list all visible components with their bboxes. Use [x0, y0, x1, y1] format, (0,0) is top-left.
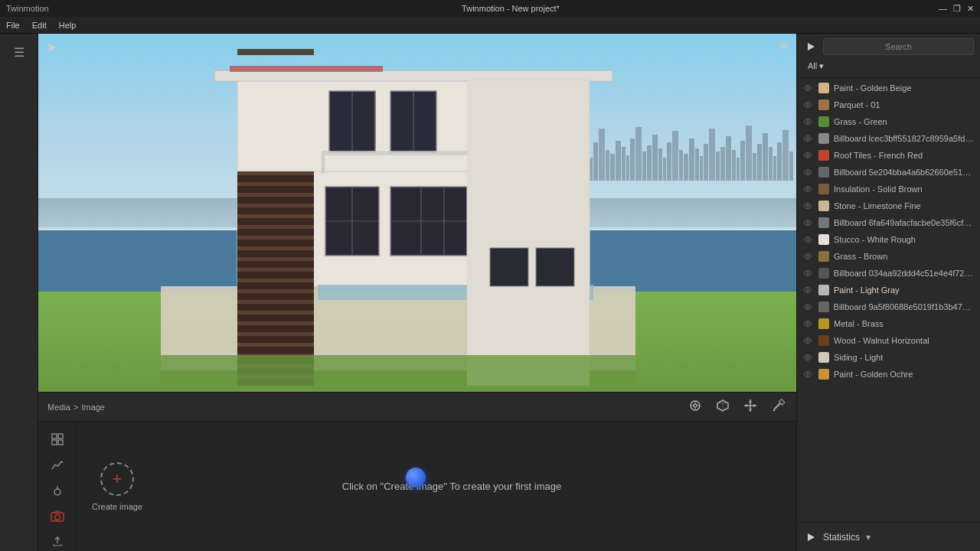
material-item-metal-brass[interactable]: Metal - Brass [797, 315, 980, 332]
material-item-grass-brown[interactable]: Grass - Brown [797, 248, 980, 265]
material-color-swatch [818, 285, 829, 295]
svg-rect-8 [237, 182, 314, 186]
eye-icon[interactable] [803, 202, 814, 210]
svg-point-95 [807, 373, 809, 375]
svg-point-84 [807, 187, 809, 190]
create-image-circle: + [100, 462, 134, 496]
svg-point-81 [807, 137, 809, 139]
eye-icon[interactable] [803, 337, 814, 345]
eye-icon[interactable] [803, 303, 814, 311]
material-color-swatch [818, 83, 829, 93]
brush-icon[interactable] [45, 481, 70, 500]
maximize-btn[interactable]: ❐ [953, 4, 961, 14]
minimize-btn[interactable]: — [939, 4, 947, 14]
material-item-billboard-4[interactable]: Billboard 034aa92ddd4c51e4e4f724... [797, 265, 980, 282]
eye-icon[interactable] [803, 286, 814, 295]
create-image-btn[interactable]: + Create image [92, 462, 142, 511]
material-item-billboard-5[interactable]: Billboard 9a5f80688e5019f1b3b4715... [797, 298, 980, 315]
svg-rect-15 [237, 257, 314, 261]
svg-rect-23 [237, 343, 314, 347]
viewport-settings-button[interactable] [778, 40, 790, 54]
material-item-roof-tiles[interactable]: Roof Tiles - French Red [797, 147, 980, 164]
sidebar-hamburger[interactable]: ☰ [7, 41, 31, 63]
material-item-billboard-3[interactable]: Billboard 6fa649afacfacbe0e35f6cf9... [797, 214, 980, 231]
material-color-swatch [818, 116, 829, 127]
camera-icon[interactable] [45, 506, 70, 525]
all-filter-button[interactable]: All ▾ [803, 60, 828, 73]
material-label: Siding - Light [834, 353, 883, 362]
eye-icon[interactable] [803, 236, 814, 244]
svg-rect-18 [237, 289, 314, 293]
material-color-swatch [818, 234, 829, 245]
eye-icon[interactable] [803, 219, 814, 227]
svg-marker-64 [753, 404, 756, 407]
svg-rect-20 [237, 311, 314, 315]
material-item-stucco-white[interactable]: Stucco - White Rough [797, 231, 980, 248]
svg-marker-63 [744, 404, 747, 407]
eye-icon[interactable] [803, 135, 814, 143]
move-tool[interactable] [741, 396, 760, 417]
box-tool[interactable] [714, 396, 732, 417]
orbit-tool[interactable] [686, 396, 704, 417]
viewport-play-button[interactable] [44, 40, 60, 55]
material-item-siding-light[interactable]: Siding - Light [797, 349, 980, 366]
svg-point-48 [782, 44, 786, 48]
material-item-billboard-2[interactable]: Billboard 5e204bba4a6b62660e510... [797, 164, 980, 181]
bottom-toolbar: Media > Image [38, 392, 796, 421]
material-item-parquet-01[interactable]: Parquet - 01 [797, 96, 980, 113]
material-item-paint-light-gray[interactable]: Paint - Light Gray [797, 282, 980, 298]
statistics-section[interactable]: Statistics ▾ [797, 522, 980, 551]
material-item-wood-walnut[interactable]: Wood - Walnut Horizontal [797, 332, 980, 349]
material-item-paint-golden-ochre[interactable]: Paint - Golden Ochre [797, 366, 980, 383]
svg-rect-70 [52, 440, 57, 445]
eye-icon[interactable] [803, 84, 814, 93]
svg-rect-9 [237, 193, 314, 197]
export-icon[interactable] [45, 532, 70, 551]
material-color-swatch [818, 251, 829, 262]
menu-edit[interactable]: Edit [32, 21, 47, 30]
eye-icon[interactable] [803, 101, 814, 109]
search-input[interactable] [823, 38, 974, 55]
material-item-stone-limestone[interactable]: Stone - Limestone Fine [797, 197, 980, 214]
material-color-swatch [818, 201, 829, 211]
menu-help[interactable]: Help [59, 21, 77, 30]
eye-icon[interactable] [803, 354, 814, 362]
material-item-grass-green[interactable]: Grass - Green [797, 113, 980, 130]
grid-icon[interactable] [45, 429, 70, 448]
menu-file[interactable]: File [6, 21, 20, 30]
breadcrumb-media[interactable]: Media [47, 403, 70, 412]
material-label: Insulation - Solid Brown [834, 184, 923, 194]
eye-icon[interactable] [803, 370, 814, 379]
eye-icon[interactable] [803, 152, 814, 160]
breadcrumb-image[interactable]: Image [81, 403, 105, 412]
right-play-button[interactable] [803, 39, 818, 54]
bottom-left-panel [38, 422, 77, 551]
svg-rect-19 [237, 300, 314, 304]
material-color-swatch [818, 133, 829, 144]
svg-rect-22 [237, 332, 314, 336]
chart-icon[interactable] [45, 455, 70, 474]
svg-rect-11 [237, 214, 314, 218]
svg-rect-69 [58, 434, 63, 439]
svg-point-85 [807, 204, 809, 207]
eye-icon[interactable] [803, 185, 814, 194]
eye-icon[interactable] [803, 320, 814, 328]
material-item-insulation[interactable]: Insulation - Solid Brown [797, 181, 980, 197]
svg-point-79 [807, 103, 809, 106]
svg-rect-4 [230, 66, 383, 72]
svg-point-88 [807, 255, 809, 257]
view-tools [686, 396, 787, 417]
eye-icon[interactable] [803, 168, 814, 177]
eye-icon[interactable] [803, 253, 814, 261]
material-item-paint-golden-beige[interactable]: Paint - Golden Beige [797, 80, 980, 96]
svg-point-93 [807, 339, 809, 341]
svg-point-83 [807, 171, 809, 173]
pen-tool[interactable] [769, 396, 787, 417]
svg-rect-14 [237, 246, 314, 250]
eye-icon[interactable] [803, 269, 814, 278]
close-btn[interactable]: ✕ [967, 4, 974, 14]
svg-rect-21 [237, 321, 314, 325]
material-label: Wood - Walnut Horizontal [834, 336, 929, 345]
material-item-billboard-1[interactable]: Billboard lcec3bff551827c8959a5fd2... [797, 130, 980, 147]
eye-icon[interactable] [803, 118, 814, 126]
